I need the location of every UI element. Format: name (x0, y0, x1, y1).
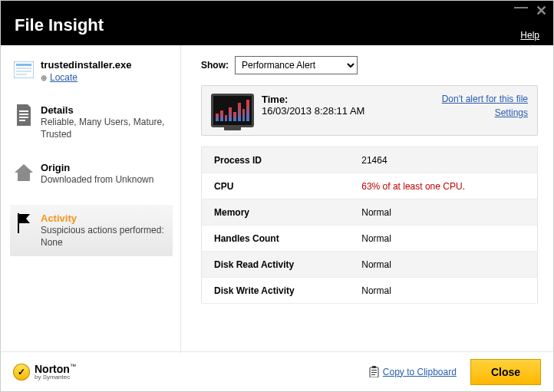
table-row: Process ID21464 (202, 147, 538, 173)
window-title: File Insight (15, 15, 104, 35)
origin-sub: Downloaded from Unknown (41, 173, 153, 186)
metric-value: 21464 (349, 147, 537, 173)
details-title: Details (41, 104, 170, 116)
dont-alert-link[interactable]: Don't alert for this file (442, 94, 528, 104)
table-row: CPU63% of at least one CPU. (202, 173, 538, 199)
title-bar: File Insight Help (1, 1, 553, 45)
home-icon (13, 162, 35, 183)
metric-key: Process ID (202, 147, 350, 173)
brand-logo: ✓ Norton™ by Symantec (13, 364, 76, 380)
document-icon (13, 104, 35, 126)
locate-link[interactable]: Locate (50, 72, 77, 83)
sidebar-item-details[interactable]: Details Reliable, Many Users, Mature, Tr… (10, 101, 173, 143)
metric-key: CPU (202, 173, 350, 199)
table-row: Disk Read ActivityNormal (202, 252, 538, 278)
show-label: Show: (201, 60, 229, 71)
sidebar-item-origin[interactable]: Origin Downloaded from Unknown (10, 159, 173, 189)
clipboard-icon (369, 366, 379, 377)
metric-key: Memory (202, 199, 350, 226)
activity-title: Activity (41, 212, 170, 224)
svg-rect-9 (18, 213, 19, 233)
footer: ✓ Norton™ by Symantec Copy to Clipboard … (1, 351, 553, 391)
sidebar-item-activity[interactable]: Activity Suspicious actions performed: N… (10, 205, 173, 256)
close-window-icon[interactable]: ✕ (536, 4, 547, 18)
svg-rect-1 (16, 64, 31, 66)
norton-check-icon: ✓ (13, 364, 30, 380)
metric-key: Disk Read Activity (202, 252, 350, 278)
file-name: trustedinstaller.exe (41, 59, 132, 71)
flag-icon (13, 212, 35, 234)
settings-link[interactable]: Settings (442, 107, 528, 118)
table-row: Disk Write ActivityNormal (202, 278, 538, 304)
metric-value: Normal (349, 252, 537, 278)
file-header: trustedinstaller.exe ⊕ Locate (10, 56, 173, 86)
metrics-table: Process ID21464CPU63% of at least one CP… (201, 147, 538, 304)
monitor-chart-icon (211, 94, 254, 127)
metric-key: Handles Count (202, 226, 350, 252)
close-button[interactable]: Close (470, 359, 541, 385)
file-icon (13, 59, 35, 81)
svg-rect-3 (16, 71, 31, 72)
copy-to-clipboard-link[interactable]: Copy to Clipboard (369, 366, 457, 377)
content-panel: Show: Performance Alert Time: 16/03/2013… (181, 45, 553, 353)
svg-rect-7 (19, 117, 28, 118)
help-link[interactable]: Help (520, 30, 539, 41)
locate-icon: ⊕ (41, 74, 47, 82)
svg-rect-11 (372, 366, 376, 368)
svg-rect-13 (371, 372, 377, 373)
svg-rect-4 (16, 74, 27, 75)
svg-rect-5 (19, 110, 28, 112)
svg-rect-2 (16, 68, 31, 69)
metric-key: Disk Write Activity (202, 278, 350, 304)
metric-value: 63% of at least one CPU. (349, 173, 537, 199)
minimize-icon[interactable]: — (514, 0, 528, 14)
metric-value: Normal (349, 226, 537, 252)
table-row: MemoryNormal (202, 199, 538, 226)
table-row: Handles CountNormal (202, 226, 538, 252)
brand-sub: by Symantec (35, 374, 76, 380)
svg-rect-6 (19, 114, 28, 115)
time-value: 16/03/2013 8:28:11 AM (262, 105, 434, 117)
svg-rect-12 (371, 370, 377, 371)
time-label: Time: (262, 94, 434, 105)
show-select[interactable]: Performance Alert (235, 56, 358, 74)
metric-value: Normal (349, 199, 537, 226)
alert-box: Time: 16/03/2013 8:28:11 AM Don't alert … (201, 85, 538, 136)
metric-value: Normal (349, 278, 537, 304)
activity-sub: Suspicious actions performed: None (41, 224, 170, 249)
origin-title: Origin (41, 162, 153, 173)
details-sub: Reliable, Many Users, Mature, Trusted (41, 116, 170, 140)
svg-rect-8 (19, 120, 25, 121)
sidebar: trustedinstaller.exe ⊕ Locate Details Re… (1, 45, 181, 353)
svg-rect-14 (371, 374, 375, 375)
